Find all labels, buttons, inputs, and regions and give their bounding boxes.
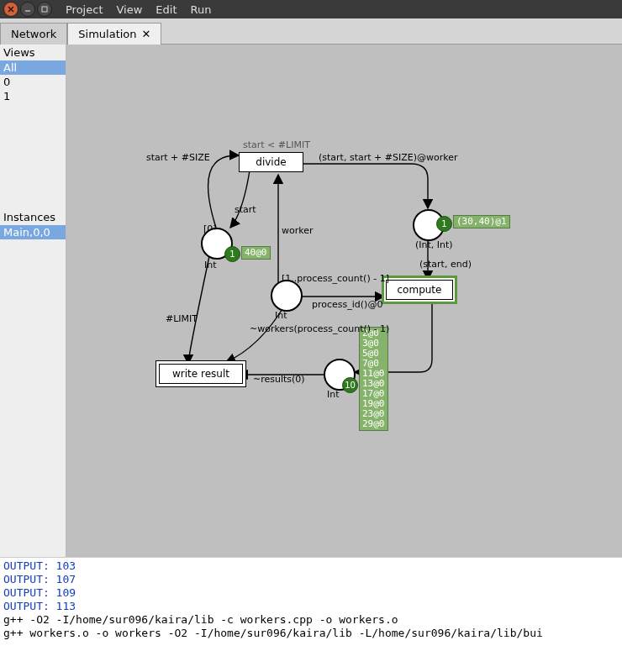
place-tuple-tokens: (30,40)@1 bbox=[453, 215, 510, 228]
tab-simulation-label: Simulation bbox=[78, 28, 136, 40]
menubar: Project View Edit Run bbox=[66, 3, 211, 16]
svg-rect-0 bbox=[42, 7, 47, 12]
console-line: OUTPUT: 103 bbox=[3, 559, 619, 573]
close-tab-icon[interactable]: ✕ bbox=[142, 28, 151, 40]
place-results-type: Int bbox=[327, 389, 340, 400]
transition-write-result[interactable]: write result bbox=[159, 364, 243, 384]
instances-list: Main,0,0 bbox=[0, 225, 66, 239]
close-window-icon[interactable] bbox=[3, 2, 18, 17]
place-results-tokens: 2@0 3@0 5@0 7@0 11@0 13@0 17@0 19@0 23@0… bbox=[359, 327, 388, 431]
instance-main[interactable]: Main,0,0 bbox=[0, 225, 66, 239]
edge-results: ~results(0) bbox=[253, 374, 305, 385]
view-0[interactable]: 0 bbox=[0, 75, 66, 89]
place-worker-type: Int bbox=[275, 310, 287, 321]
edge-workers: ~workers(process_count() - 1) bbox=[250, 323, 389, 334]
views-list: All 0 1 bbox=[0, 60, 66, 103]
transition-divide[interactable]: divide bbox=[239, 152, 303, 172]
tabbar: Network Simulation✕ bbox=[0, 18, 622, 45]
place-tuple-type: (Int, Int) bbox=[415, 239, 453, 250]
console-output[interactable]: OUTPUT: 103 OUTPUT: 107 OUTPUT: 109 OUTP… bbox=[0, 557, 622, 662]
titlebar: Project View Edit Run bbox=[0, 0, 622, 18]
edge-tuple-out: (start, start + #SIZE)@worker bbox=[319, 152, 457, 163]
views-header: Views bbox=[0, 45, 66, 60]
console-line: OUTPUT: 109 bbox=[3, 586, 619, 600]
maximize-window-icon[interactable] bbox=[37, 2, 52, 17]
guard-divide: start < #LIMIT bbox=[243, 139, 310, 150]
place-start-count: 1 bbox=[224, 246, 240, 262]
place-worker[interactable] bbox=[271, 280, 303, 312]
edge-worker: worker bbox=[282, 225, 314, 236]
view-all[interactable]: All bbox=[0, 60, 66, 75]
instances-header: Instances bbox=[0, 209, 66, 225]
console-line: OUTPUT: 113 bbox=[3, 600, 619, 613]
place-results-count: 10 bbox=[342, 377, 358, 393]
menu-edit[interactable]: Edit bbox=[156, 3, 177, 16]
petri-net-canvas[interactable]: start < #LIMIT divide compute write resu… bbox=[66, 45, 622, 557]
edge-start-size: start + #SIZE bbox=[146, 152, 210, 163]
menu-view[interactable]: View bbox=[116, 3, 142, 16]
console-line: g++ workers.o -o workers -O2 -I/home/sur… bbox=[3, 627, 619, 640]
workspace: Views All 0 1 Instances Main,0,0 bbox=[0, 45, 622, 557]
sidebar: Views All 0 1 Instances Main,0,0 bbox=[0, 45, 66, 557]
menu-run[interactable]: Run bbox=[191, 3, 212, 16]
place-tuple-count: 1 bbox=[436, 216, 452, 232]
minimize-window-icon[interactable] bbox=[20, 2, 35, 17]
view-1[interactable]: 1 bbox=[0, 89, 66, 103]
console-line: OUTPUT: 107 bbox=[3, 573, 619, 586]
edge-proc-id: process_id()@0 bbox=[312, 299, 382, 310]
menu-project[interactable]: Project bbox=[66, 3, 103, 16]
place-worker-init: [1..process_count() - 1] bbox=[282, 273, 389, 284]
edge-start: start bbox=[235, 204, 256, 215]
tab-simulation[interactable]: Simulation✕ bbox=[67, 23, 161, 45]
transition-compute[interactable]: compute bbox=[386, 280, 453, 300]
edge-start-end: (start, end) bbox=[419, 259, 472, 270]
edge-limit: #LIMIT bbox=[166, 313, 198, 324]
place-start-tokens: 40@0 bbox=[241, 246, 271, 260]
tab-network[interactable]: Network bbox=[0, 23, 67, 45]
place-start-type: Int bbox=[204, 260, 217, 270]
console-line: g++ -O2 -I/home/sur096/kaira/lib -c work… bbox=[3, 613, 619, 627]
